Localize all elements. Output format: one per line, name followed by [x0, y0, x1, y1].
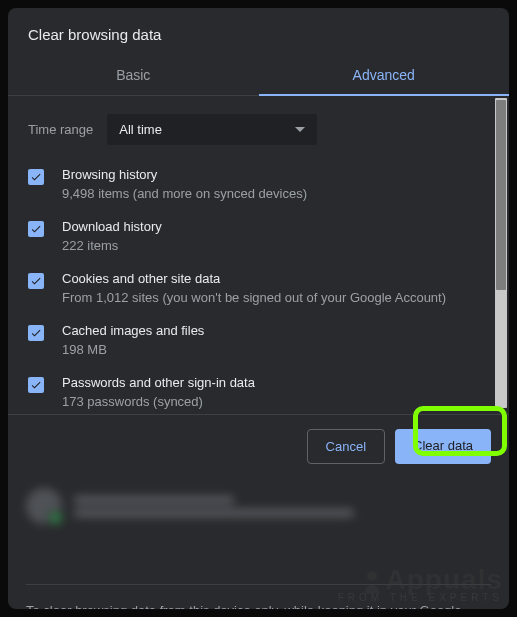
time-range-label: Time range	[28, 122, 93, 137]
list-item: Cookies and other site data From 1,012 s…	[28, 271, 489, 305]
footer-text: To clear browsing data from this device …	[26, 603, 461, 609]
list-item: Cached images and files 198 MB	[28, 323, 489, 357]
svg-point-0	[367, 571, 377, 581]
list-item: Download history 222 items	[28, 219, 489, 253]
item-title: Cached images and files	[62, 323, 204, 338]
list-item: Browsing history 9,498 items (and more o…	[28, 167, 489, 201]
time-range-value: All time	[119, 122, 162, 137]
check-icon	[30, 171, 42, 183]
checkbox-browsing-history[interactable]	[28, 169, 44, 185]
chevron-down-icon	[295, 127, 305, 132]
time-range-row: Time range All time	[28, 114, 489, 145]
item-subtitle: 173 passwords (synced)	[62, 394, 255, 409]
check-icon	[30, 275, 42, 287]
scrollbar[interactable]	[495, 98, 507, 408]
account-row	[8, 478, 509, 524]
item-title: Passwords and other sign-in data	[62, 375, 255, 390]
check-icon	[30, 223, 42, 235]
checkbox-cached[interactable]	[28, 325, 44, 341]
item-title: Browsing history	[62, 167, 307, 182]
item-title: Cookies and other site data	[62, 271, 446, 286]
dialog-title: Clear browsing data	[8, 8, 509, 55]
dialog-body: Time range All time Browsing history 9,4…	[8, 96, 509, 414]
clear-browsing-data-dialog: Clear browsing data Basic Advanced Time …	[8, 8, 509, 609]
avatar	[26, 488, 62, 524]
tab-bar: Basic Advanced	[8, 55, 509, 96]
item-subtitle: 198 MB	[62, 342, 204, 357]
check-icon	[30, 379, 42, 391]
scrollbar-thumb[interactable]	[496, 100, 506, 290]
item-subtitle: From 1,012 sites (you won't be signed ou…	[62, 290, 446, 305]
list-item: Passwords and other sign-in data 173 pas…	[28, 375, 489, 409]
item-title: Download history	[62, 219, 162, 234]
tab-advanced[interactable]: Advanced	[259, 55, 510, 95]
footer: To clear browsing data from this device …	[26, 584, 491, 609]
tab-basic[interactable]: Basic	[8, 55, 259, 95]
checkbox-download-history[interactable]	[28, 221, 44, 237]
checkbox-cookies[interactable]	[28, 273, 44, 289]
check-icon	[30, 327, 42, 339]
dialog-actions: Cancel Clear data	[8, 414, 509, 478]
cancel-button[interactable]: Cancel	[307, 429, 385, 464]
item-subtitle: 222 items	[62, 238, 162, 253]
clear-data-button[interactable]: Clear data	[395, 429, 491, 464]
item-subtitle: 9,498 items (and more on synced devices)	[62, 186, 307, 201]
checkbox-passwords[interactable]	[28, 377, 44, 393]
time-range-select[interactable]: All time	[107, 114, 317, 145]
